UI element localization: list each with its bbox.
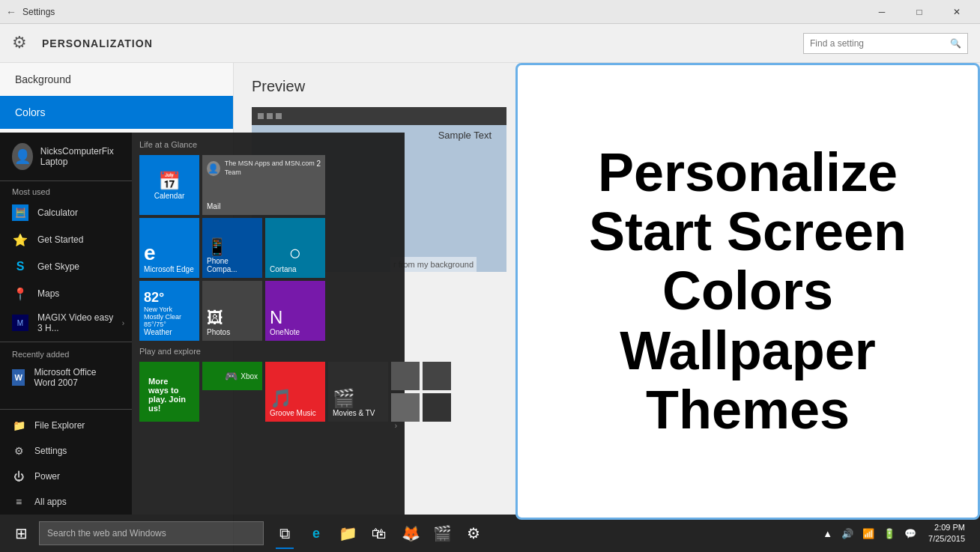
tile-calendar[interactable]: 📅 Calendar	[139, 155, 199, 215]
title-bar-left: ← Settings	[6, 7, 55, 17]
settings-taskbar-icon: ⚙	[467, 524, 480, 542]
xbox-icon: 🎮	[225, 370, 238, 382]
tile-groove[interactable]: 🎵 Groove Music	[265, 362, 325, 422]
maximize-button[interactable]: □	[902, 0, 937, 24]
back-button[interactable]: ←	[6, 7, 16, 17]
arrow-icon: ›	[122, 319, 124, 327]
calculator-icon: 🧮	[12, 204, 28, 221]
start-username: NicksComputerFix Laptop	[40, 146, 120, 167]
firefox-taskbar-icon: 🦊	[402, 524, 420, 542]
battery-icon[interactable]: 🔋	[880, 528, 898, 539]
mail-badge: 2	[316, 160, 321, 168]
tile-edge[interactable]: e Microsoft Edge	[139, 218, 199, 278]
tile-phone[interactable]: 📱 Phone Compa...	[202, 218, 262, 278]
minimize-button[interactable]: ─	[865, 0, 899, 24]
taskbar-media[interactable]: 🎬	[427, 515, 457, 552]
tile-weather[interactable]: 82° New York Mostly Clear 85°/75° Weathe…	[139, 281, 199, 341]
small-tiles-top	[391, 362, 451, 390]
start-app-skype[interactable]: S Get Skype	[0, 253, 132, 280]
taskbar-store[interactable]: 🛍	[364, 515, 394, 552]
tile-onenote[interactable]: N OneNote	[265, 281, 325, 341]
taskbar-firefox[interactable]: 🦊	[396, 515, 426, 552]
start-app-calculator[interactable]: 🧮 Calculator	[0, 199, 132, 226]
taskbar-clock[interactable]: 2:09 PM 7/25/2015	[922, 522, 971, 545]
small-tile-3[interactable]	[391, 393, 420, 422]
edge-tile-label: Microsoft Edge	[144, 265, 194, 273]
nav-item-colors[interactable]: Colors	[0, 96, 233, 129]
volume-icon[interactable]: 🔊	[838, 528, 856, 539]
store-taskbar-icon: 🛍	[372, 525, 387, 542]
settings-icon: ⚙	[12, 444, 25, 458]
movies-tile-icon: 🎬	[333, 388, 355, 409]
tile-cortana[interactable]: ○ Cortana	[265, 218, 325, 278]
start-power[interactable]: ⏻ Power	[0, 464, 132, 489]
start-menu-tiles: Life at a Glance 📅 Calendar 👤 The MSN Ap…	[132, 133, 459, 515]
calendar-tile-icon: 📅	[158, 171, 181, 192]
msn-avatar: 👤	[207, 161, 220, 176]
tile-photos[interactable]: 🖼 Photos	[202, 281, 262, 341]
notification-icon[interactable]: ▲	[820, 528, 835, 539]
start-all-apps[interactable]: ≡ All apps	[0, 489, 132, 515]
xbox-bottom-tiles: 🎮 Xbox	[202, 362, 262, 422]
more-ways-text: More ways to play. Join us!	[144, 372, 195, 417]
edge-tile-icon: e	[144, 241, 156, 265]
settings-search-box[interactable]: 🔍	[803, 33, 968, 54]
taskbar-search-box[interactable]: Search the web and Windows	[39, 521, 264, 545]
tile-msn[interactable]: 👤 The MSN Apps and MSN.com Team Mail 2	[202, 155, 325, 215]
power-icon: ⏻	[12, 470, 25, 483]
all-apps-icon: ≡	[12, 495, 25, 509]
small-tile-4[interactable]	[423, 393, 451, 422]
start-file-explorer[interactable]: 📁 File Explorer ›	[0, 413, 132, 438]
start-menu-left: 👤 NicksComputerFix Laptop Most used 🧮 Ca…	[0, 133, 132, 515]
window-controls: ─ □ ✕	[865, 0, 974, 24]
tiles-row-4: More ways to play. Join us! 🎮 Xbox 🎵 Gro…	[139, 362, 451, 422]
clock-date: 7/25/2015	[928, 533, 965, 545]
movies-tile-label: Movies & TV	[333, 409, 375, 417]
recently-added-label: Recently added	[0, 345, 132, 362]
media-taskbar-icon: 🎬	[433, 524, 452, 542]
close-button[interactable]: ✕	[940, 0, 974, 24]
overlay-line4: Wallpaper	[620, 321, 875, 380]
start-app-magix[interactable]: M MAGIX Video easy 3 H... ›	[0, 307, 132, 339]
start-user-row[interactable]: 👤 NicksComputerFix Laptop	[0, 133, 132, 181]
edge-taskbar-icon: e	[312, 526, 320, 542]
weather-city: New York	[144, 306, 172, 313]
taskbar-settings[interactable]: ⚙	[459, 515, 489, 552]
search-icon: 🔍	[950, 38, 961, 49]
message-icon[interactable]: 💬	[901, 528, 919, 539]
network-icon[interactable]: 📶	[859, 528, 877, 539]
start-avatar: 👤	[12, 143, 33, 170]
tile-more-ways[interactable]: More ways to play. Join us!	[139, 362, 199, 422]
taskbar-search-text: Search the web and Windows	[47, 528, 166, 539]
getstarted-icon: ⭐	[12, 231, 28, 248]
settings-search-input[interactable]	[810, 38, 945, 49]
tile-movies[interactable]: 🎬 Movies & TV	[328, 362, 388, 422]
start-divider-2	[0, 409, 132, 410]
taskbar-start-button[interactable]: ⊞	[3, 515, 39, 552]
skype-icon: S	[12, 258, 28, 275]
small-tile-1[interactable]	[391, 362, 420, 390]
xbox-tile-label: Xbox	[241, 372, 258, 380]
weather-range: 85°/75°	[144, 321, 166, 328]
taskbar-explorer[interactable]: 📁	[333, 515, 363, 552]
groove-tile-icon: 🎵	[270, 388, 292, 409]
start-app-maps[interactable]: 📍 Maps	[0, 280, 132, 307]
clock-time: 2:09 PM	[928, 522, 965, 533]
start-app-getstarted[interactable]: ⭐ Get Started	[0, 226, 132, 253]
title-bar-title: Settings	[22, 7, 55, 17]
taskbar-task-view[interactable]: ⧉	[270, 515, 300, 552]
taskbar-system-tray: ▲ 🔊 📶 🔋 💬 2:09 PM 7/25/2015	[820, 522, 977, 545]
mail-tile-label: Mail	[207, 202, 220, 210]
taskbar: ⊞ Search the web and Windows ⧉ e 📁 🛍 🦊 🎬…	[0, 515, 980, 552]
tile-xbox-brand[interactable]: 🎮 Xbox	[202, 362, 262, 390]
start-settings[interactable]: ⚙ Settings	[0, 438, 132, 464]
settings-window: ⚙ PERSONALIZATION 🔍 Background Colors Lo…	[0, 24, 980, 552]
nav-item-background[interactable]: Background	[0, 63, 233, 96]
overlay-line3: Colors	[662, 261, 833, 321]
small-tile-2[interactable]	[423, 362, 451, 390]
title-bar: ← Settings ─ □ ✕	[0, 0, 980, 24]
small-tiles-bottom	[391, 393, 451, 422]
tiles-row-2: e Microsoft Edge 📱 Phone Compa... ○ Cort…	[139, 218, 451, 278]
taskbar-edge[interactable]: e	[301, 515, 331, 552]
start-app-word[interactable]: W Microsoft Office Word 2007	[0, 362, 132, 393]
